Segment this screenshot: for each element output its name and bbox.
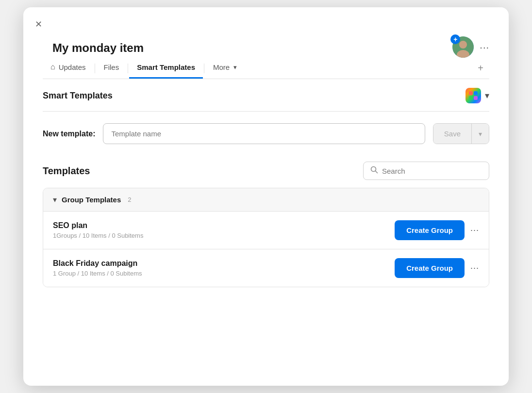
create-group-button-1[interactable]: Create Group: [395, 220, 465, 240]
brand-icon: [466, 88, 481, 103]
search-icon: [370, 166, 378, 176]
item-more-button-1[interactable]: ···: [470, 225, 479, 235]
modal: ✕ My monday item + ··· ⌂ Updates: [23, 7, 509, 386]
group-count: 2: [128, 196, 131, 203]
new-template-row: New template: Save ▾: [43, 112, 489, 158]
template-actions-2: Create Group ···: [395, 258, 479, 278]
group-block: ▾ Group Templates 2 SEO plan 1Groups / 1…: [43, 188, 489, 287]
templates-section: Templates ▾ Group Templates 2: [43, 162, 489, 287]
tab-divider-1: [95, 64, 95, 73]
section-title: Smart Templates: [43, 91, 113, 101]
section-chevron-icon: ▾: [485, 90, 489, 101]
section-icon-group[interactable]: ▾: [466, 88, 489, 103]
template-actions-1: Create Group ···: [395, 220, 479, 240]
item-more-button-2[interactable]: ···: [470, 263, 479, 273]
tab-add-button[interactable]: +: [472, 59, 489, 78]
tab-divider-3: [204, 64, 204, 73]
create-group-button-2[interactable]: Create Group: [395, 258, 465, 278]
search-input[interactable]: [382, 167, 482, 175]
save-button[interactable]: Save: [433, 124, 471, 144]
template-item-meta-1: 1Groups / 10 Items / 0 Subitems: [53, 232, 143, 239]
more-button[interactable]: ···: [480, 42, 489, 53]
tabs-bar: ⌂ Updates Files Smart Templates More ▾ +: [43, 58, 489, 79]
group-name: Group Templates: [62, 196, 121, 204]
svg-rect-6: [474, 96, 478, 100]
template-item-meta-2: 1 Group / 10 Items / 0 Subitems: [53, 270, 142, 277]
title-row: My monday item + ···: [43, 19, 489, 58]
templates-row: Templates: [43, 162, 489, 180]
svg-rect-3: [469, 91, 473, 95]
new-template-label: New template:: [43, 130, 95, 138]
modal-title: My monday item: [52, 41, 144, 55]
template-item-name-2: Black Friday campaign: [53, 259, 142, 268]
tab-updates[interactable]: ⌂ Updates: [43, 58, 94, 79]
template-item-2: Black Friday campaign 1 Group / 10 Items…: [43, 249, 489, 287]
template-info-2: Black Friday campaign 1 Group / 10 Items…: [53, 259, 142, 277]
tab-divider-2: [128, 64, 128, 73]
template-info-1: SEO plan 1Groups / 10 Items / 0 Subitems: [53, 221, 143, 239]
template-item-name-1: SEO plan: [53, 221, 143, 230]
tab-files[interactable]: Files: [96, 58, 127, 79]
avatar-wrapper: +: [452, 36, 474, 58]
save-chevron-icon: ▾: [479, 130, 482, 138]
section-header: Smart Templates ▾: [43, 79, 489, 112]
svg-line-8: [376, 171, 378, 173]
template-item: SEO plan 1Groups / 10 Items / 0 Subitems…: [43, 211, 489, 249]
header-right: + ···: [452, 36, 489, 58]
tab-more[interactable]: More ▾: [205, 58, 245, 79]
save-btn-group: Save ▾: [433, 123, 489, 144]
close-button[interactable]: ✕: [35, 19, 42, 30]
group-header[interactable]: ▾ Group Templates 2: [43, 188, 489, 211]
search-box: [363, 162, 489, 180]
chevron-down-icon: ▾: [233, 64, 237, 71]
home-icon: ⌂: [50, 63, 55, 71]
tab-smart-templates[interactable]: Smart Templates: [129, 58, 203, 79]
templates-heading: Templates: [43, 165, 90, 177]
template-name-input[interactable]: [103, 123, 425, 144]
group-chevron-icon: ▾: [53, 195, 57, 204]
svg-point-1: [459, 41, 467, 49]
svg-rect-4: [474, 91, 478, 95]
save-dropdown-button[interactable]: ▾: [471, 124, 489, 144]
svg-rect-5: [469, 96, 473, 100]
